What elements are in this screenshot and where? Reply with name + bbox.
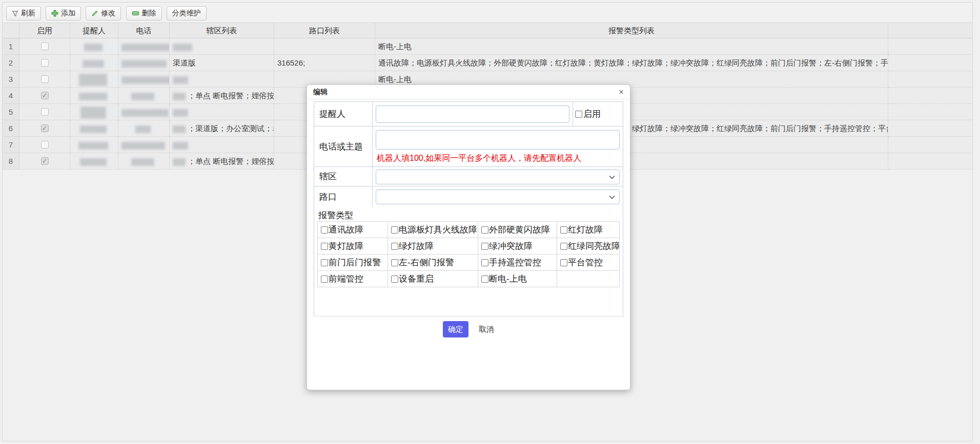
header-jurisdiction[interactable]: 辖区列表: [170, 23, 274, 38]
enable-checkbox[interactable]: [575, 111, 582, 118]
jurisdiction-row: 辖区: [314, 167, 623, 186]
alarm-checkbox[interactable]: [560, 243, 567, 250]
enable-checkbox[interactable]: [41, 75, 49, 83]
jurisdiction-label: 辖区: [314, 167, 373, 186]
alarm-option[interactable]: 外部硬黄闪故障: [478, 222, 557, 238]
plus-icon: [51, 10, 58, 17]
jurisdiction-select[interactable]: [376, 170, 620, 184]
enable-checkbox[interactable]: [41, 157, 49, 165]
row-number: 7: [3, 137, 19, 153]
chevron-down-icon: [609, 175, 615, 179]
alarm-text: 断电-上电: [375, 38, 888, 55]
alarm-option[interactable]: 设备重启: [388, 271, 478, 287]
alarm-option[interactable]: 平台管控: [557, 255, 620, 271]
redacted-name: [79, 74, 107, 86]
redacted-jurisdiction: [173, 158, 186, 166]
header-enable[interactable]: 启用: [19, 23, 70, 38]
redacted-jurisdiction: [173, 109, 188, 117]
alarm-checkbox[interactable]: [321, 226, 328, 234]
alarm-checkbox[interactable]: [481, 259, 488, 266]
redacted-jurisdiction: [173, 93, 186, 100]
enable-checkbox[interactable]: [41, 108, 49, 116]
header-rownum: [3, 23, 19, 38]
header-reminder[interactable]: 提醒人: [70, 23, 118, 38]
intersection-select[interactable]: [376, 189, 620, 204]
alarm-checkbox[interactable]: [391, 259, 398, 266]
alarm-option[interactable]: 红灯故障: [557, 222, 620, 238]
toolbar: 刷新 添加 修改 删除 分类维护: [3, 3, 972, 23]
redacted-name: [84, 44, 103, 51]
alarm-type-grid: 通讯故障 电源板灯具火线故障 外部硬黄闪故障 红灯故障 黄灯故障 绿灯故障 绿冲…: [317, 221, 620, 287]
enable-checkbox[interactable]: [41, 43, 49, 50]
enable-label: 启用: [583, 108, 601, 120]
intersection-text: [274, 38, 375, 55]
alarm-text: 通讯故障；电源板灯具火线故障；外部硬黄闪故障；红灯故障；黄灯故障；绿灯故障；绿冲…: [375, 55, 888, 71]
alarm-checkbox[interactable]: [391, 276, 398, 283]
redacted-phone: [121, 142, 165, 150]
jurisdiction-text: 渠道版: [170, 55, 274, 71]
intersection-row: 路口: [314, 186, 623, 207]
cancel-button[interactable]: 取消: [479, 325, 494, 334]
alarm-option[interactable]: 黄灯故障: [318, 238, 388, 255]
dialog-title: 编辑: [313, 88, 328, 97]
alarm-checkbox[interactable]: [481, 276, 488, 283]
category-maintenance-button[interactable]: 分类维护: [167, 6, 207, 20]
alarm-checkbox[interactable]: [391, 226, 398, 234]
header-alarm[interactable]: 报警类型列表: [375, 23, 888, 38]
alarm-checkbox[interactable]: [321, 243, 328, 250]
alarm-checkbox[interactable]: [481, 243, 488, 250]
enable-checkbox[interactable]: [41, 92, 49, 99]
add-button[interactable]: 添加: [46, 6, 81, 20]
redacted-phone: [121, 44, 170, 51]
header-phone[interactable]: 电话: [118, 23, 170, 38]
reminder-row: 提醒人 启用: [314, 102, 623, 126]
refresh-button[interactable]: 刷新: [6, 6, 41, 20]
header-intersection[interactable]: 路口列表: [274, 23, 375, 38]
dialog-titlebar: 编辑 ×: [307, 85, 630, 99]
header-tail: [888, 23, 972, 38]
table-row[interactable]: 2 渠道版 316526; 通讯故障；电源板灯具火线故障；外部硬黄闪故障；红灯故…: [3, 55, 972, 71]
alarm-option[interactable]: 电源板灯具火线故障: [388, 222, 478, 238]
edit-dialog: 编辑 × 提醒人 启用 电话或主题 机器人填100,如果同一平台多个机器人，请先…: [307, 84, 630, 390]
category-maintenance-label: 分类维护: [172, 9, 201, 18]
table-row[interactable]: 1 断电-上电: [3, 38, 972, 55]
alarm-option[interactable]: 前端管控: [318, 271, 388, 287]
alarm-option[interactable]: 绿冲突故障: [478, 238, 557, 255]
row-number: 1: [3, 38, 19, 55]
alarm-checkbox[interactable]: [560, 226, 567, 234]
redacted-jurisdiction: [173, 44, 192, 51]
jurisdiction-text: ；单点 断电报警；娌傛按: [188, 157, 274, 165]
delete-button[interactable]: 删除: [126, 6, 162, 20]
modify-label: 修改: [101, 9, 115, 18]
alarm-option[interactable]: 前门后门报警: [318, 255, 388, 271]
alarm-checkbox[interactable]: [321, 259, 328, 266]
alarm-option[interactable]: 断电-上电: [478, 271, 557, 287]
alarm-option[interactable]: 绿灯故障: [388, 238, 478, 255]
row-number: 8: [3, 153, 19, 170]
alarm-option[interactable]: 通讯故障: [318, 222, 388, 238]
alarm-option[interactable]: 手持遥控管控: [478, 255, 557, 271]
redacted-phone: [121, 109, 169, 117]
ok-button[interactable]: 确定: [443, 321, 468, 337]
alarm-option[interactable]: 左-右侧门报警: [388, 255, 478, 271]
alarm-option[interactable]: 红绿同亮故障: [557, 238, 620, 255]
reminder-input[interactable]: [376, 105, 569, 123]
enable-checkbox[interactable]: [41, 59, 49, 67]
redacted-jurisdiction: [173, 76, 188, 84]
alarm-checkbox[interactable]: [391, 243, 398, 250]
alarm-checkbox[interactable]: [481, 226, 488, 234]
phone-input[interactable]: [376, 130, 620, 150]
jurisdiction-text: ；单点 断电报警；娌傛按: [188, 91, 274, 100]
enable-checkbox[interactable]: [41, 141, 49, 149]
redacted-phone: [131, 93, 154, 100]
alarm-checkbox[interactable]: [321, 276, 328, 283]
phone-row: 电话或主题 机器人填100,如果同一平台多个机器人，请先配置机器人: [314, 126, 623, 167]
alarm-checkbox[interactable]: [560, 259, 567, 266]
redacted-jurisdiction: [173, 142, 188, 150]
jurisdiction-text: ；渠道版；办公室测试；单: [188, 124, 274, 133]
close-icon[interactable]: ×: [619, 88, 624, 96]
redacted-phone: [121, 76, 170, 84]
modify-button[interactable]: 修改: [86, 6, 121, 20]
enable-checkbox[interactable]: [41, 124, 49, 132]
filter-icon: [12, 10, 18, 17]
